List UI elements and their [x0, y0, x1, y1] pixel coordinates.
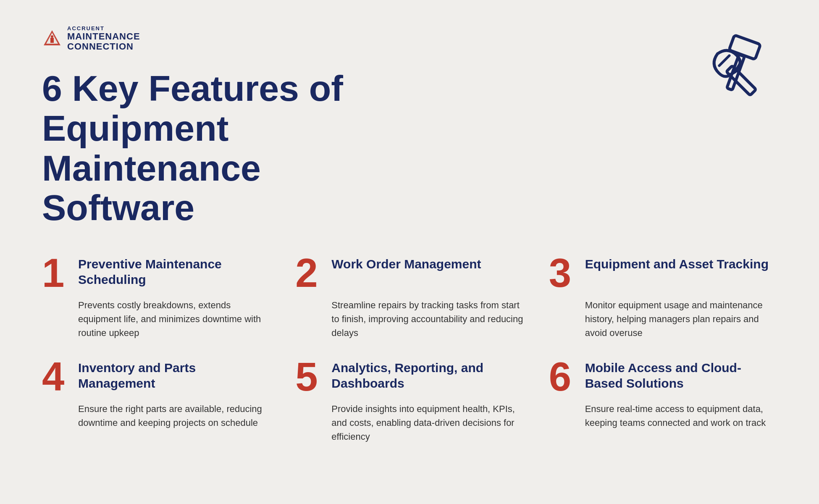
feature-title-4: Inventory and Parts Management: [78, 357, 270, 391]
main-heading: 6 Key Features of Equipment Maintenance …: [42, 68, 420, 227]
logo-text-area: ACCRUENT MAINTENANCE CONNECTION: [67, 25, 140, 52]
logo-main-line2: CONNECTION: [67, 42, 140, 52]
heading-line2: Maintenance Software: [42, 148, 261, 228]
feature-title-1: Preventive Maintenance Scheduling: [78, 253, 270, 288]
feature-title-2: Work Order Management: [331, 253, 481, 272]
feature-item-2: 2 Work Order Management Streamline repai…: [295, 253, 523, 340]
feature-title-6: Mobile Access and Cloud-Based Solutions: [585, 357, 777, 391]
logo-main-line1: MAINTENANCE: [67, 32, 140, 42]
logo-accruent: ACCRUENT: [67, 25, 140, 32]
feature-number-title-2: 2 Work Order Management: [295, 253, 523, 293]
feature-description-3: Monitor equipment usage and maintenance …: [549, 298, 777, 340]
feature-title-3: Equipment and Asset Tracking: [585, 253, 769, 272]
svg-rect-6: [729, 35, 761, 59]
feature-item-1: 1 Preventive Maintenance Scheduling Prev…: [42, 253, 270, 340]
feature-description-5: Provide insights into equipment health, …: [295, 402, 523, 444]
feature-description-1: Prevents costly breakdowns, extends equi…: [42, 298, 270, 340]
tools-icon-container: [685, 21, 777, 113]
feature-number-title-5: 5 Analytics, Reporting, and Dashboards: [295, 357, 523, 397]
feature-number-title-1: 1 Preventive Maintenance Scheduling: [42, 253, 270, 293]
feature-item-4: 4 Inventory and Parts Management Ensure …: [42, 357, 270, 444]
svg-point-3: [51, 35, 53, 38]
logo-icon: [42, 29, 62, 49]
feature-item-3: 3 Equipment and Asset Tracking Monitor e…: [549, 253, 777, 340]
feature-description-2: Streamline repairs by tracking tasks fro…: [295, 298, 523, 340]
tools-icon: [685, 21, 777, 113]
heading-line1: 6 Key Features of Equipment: [42, 68, 343, 148]
feature-number-4: 4: [42, 357, 71, 397]
feature-number-6: 6: [549, 357, 578, 397]
page-wrapper: ACCRUENT MAINTENANCE CONNECTION: [0, 0, 819, 504]
feature-title-5: Analytics, Reporting, and Dashboards: [331, 357, 523, 391]
feature-number-5: 5: [295, 357, 325, 397]
feature-number-title-4: 4 Inventory and Parts Management: [42, 357, 270, 397]
feature-number-2: 2: [295, 253, 325, 293]
feature-number-title-6: 6 Mobile Access and Cloud-Based Solution…: [549, 357, 777, 397]
feature-description-6: Ensure real-time access to equipment dat…: [549, 402, 777, 430]
logo-area: ACCRUENT MAINTENANCE CONNECTION: [42, 25, 777, 52]
svg-rect-2: [50, 38, 54, 43]
features-grid: 1 Preventive Maintenance Scheduling Prev…: [42, 253, 777, 444]
feature-number-3: 3: [549, 253, 578, 293]
feature-item-6: 6 Mobile Access and Cloud-Based Solution…: [549, 357, 777, 444]
feature-number-1: 1: [42, 253, 71, 293]
feature-item-5: 5 Analytics, Reporting, and Dashboards P…: [295, 357, 523, 444]
feature-description-4: Ensure the right parts are available, re…: [42, 402, 270, 430]
feature-number-title-3: 3 Equipment and Asset Tracking: [549, 253, 777, 293]
